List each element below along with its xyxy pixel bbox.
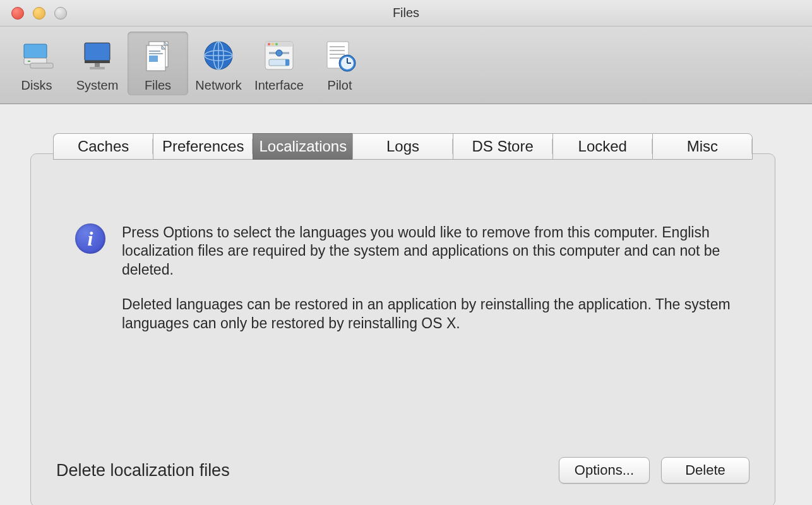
- toolbar-item-interface[interactable]: Interface: [249, 32, 309, 95]
- svg-rect-5: [85, 61, 110, 63]
- svg-rect-17: [149, 56, 158, 62]
- footer-row: Delete localization files Options... Del…: [56, 457, 749, 484]
- toolbar-item-label: System: [76, 78, 119, 93]
- system-icon: [77, 35, 117, 76]
- svg-rect-31: [285, 59, 289, 66]
- tab-locked[interactable]: Locked: [552, 133, 652, 160]
- network-icon: [198, 35, 239, 76]
- tab-label: Preferences: [162, 138, 244, 155]
- window-title: Files: [0, 6, 812, 20]
- toolbar-item-label: Files: [145, 78, 171, 93]
- tab-bar: Caches Preferences Localizations Logs DS…: [53, 133, 753, 160]
- toolbar-item-label: Pilot: [328, 78, 352, 93]
- svg-rect-7: [90, 67, 105, 69]
- content-area: Caches Preferences Localizations Logs DS…: [0, 104, 812, 505]
- tab-logs[interactable]: Logs: [352, 133, 452, 160]
- svg-rect-3: [30, 63, 53, 68]
- svg-rect-16: [149, 53, 163, 54]
- svg-rect-2: [28, 61, 30, 62]
- files-icon: [138, 35, 178, 76]
- tab-preferences[interactable]: Preferences: [153, 133, 253, 160]
- interface-icon: [259, 35, 299, 76]
- toolbar-item-network[interactable]: Network: [188, 32, 249, 95]
- toolbar-item-label: Network: [195, 78, 241, 93]
- pilot-icon: [319, 35, 360, 76]
- info-paragraph-2: Deleted languages can be restored in an …: [122, 295, 731, 333]
- tab-label: DS Store: [472, 138, 533, 155]
- titlebar: Files: [0, 0, 812, 27]
- svg-rect-15: [149, 50, 160, 52]
- delete-button[interactable]: Delete: [661, 457, 749, 484]
- svg-point-25: [268, 43, 270, 45]
- tab-label: Localizations: [259, 138, 347, 155]
- toolbar-item-files[interactable]: Files: [128, 32, 188, 95]
- tab-localizations[interactable]: Localizations: [253, 133, 352, 160]
- tab-label: Locked: [578, 138, 627, 155]
- toolbar-item-disks[interactable]: Disks: [6, 32, 67, 95]
- toolbar-item-label: Disks: [21, 78, 52, 93]
- svg-rect-6: [95, 63, 100, 67]
- tab-misc[interactable]: Misc: [652, 133, 753, 160]
- disks-icon: [16, 35, 57, 76]
- footer-label: Delete localization files: [56, 461, 230, 480]
- tab-label: Caches: [78, 138, 129, 155]
- toolbar-item-pilot[interactable]: Pilot: [309, 32, 370, 95]
- tab-caches[interactable]: Caches: [53, 133, 153, 160]
- info-icon: i: [75, 223, 105, 254]
- options-button[interactable]: Options...: [559, 457, 650, 484]
- toolbar: Disks System: [0, 27, 812, 104]
- tab-pane-localizations: i Press Options to select the languages …: [30, 153, 775, 505]
- svg-point-27: [275, 43, 278, 45]
- svg-point-26: [272, 43, 274, 45]
- svg-rect-4: [85, 43, 110, 61]
- svg-point-29: [276, 50, 282, 56]
- info-text: Press Options to select the languages yo…: [122, 223, 731, 349]
- tab-label: Logs: [386, 138, 419, 155]
- toolbar-item-system[interactable]: System: [67, 32, 128, 95]
- toolbar-item-label: Interface: [254, 78, 304, 93]
- tab-ds-store[interactable]: DS Store: [453, 133, 552, 160]
- info-paragraph-1: Press Options to select the languages yo…: [122, 223, 731, 279]
- tab-label: Misc: [687, 138, 718, 155]
- svg-rect-0: [24, 44, 47, 58]
